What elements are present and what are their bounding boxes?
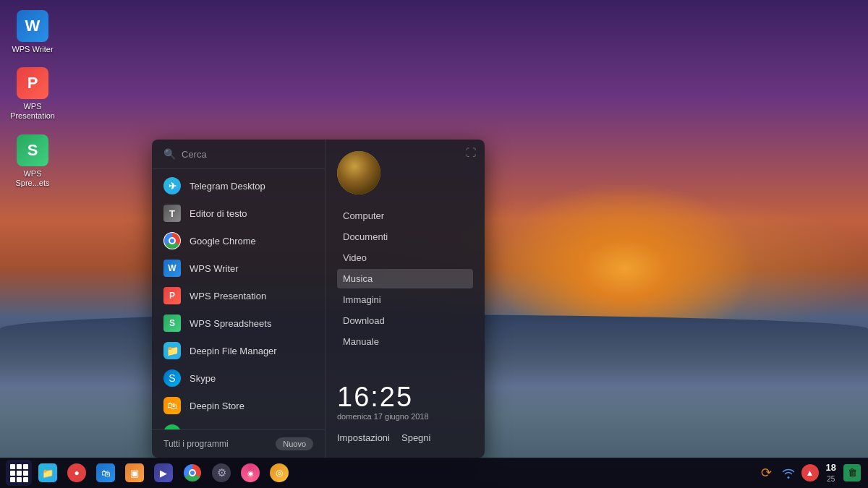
system-tray: ⟳ ▲ 18 25 🗑 [757, 462, 862, 484]
start-menu-left-panel: 🔍 ✈ Telegram Desktop T Editor di testo [152, 140, 326, 458]
backup-tray-icon[interactable]: ▲ [800, 463, 820, 483]
user-avatar[interactable] [337, 151, 380, 194]
trash-icon: 🗑 [843, 464, 861, 481]
desktop-icon-wps-writer[interactable]: W WPS Writer [7, 7, 58, 57]
text-editor-label: Editor di testo [190, 208, 247, 219]
text-editor-icon: T [163, 205, 181, 222]
search-icon: 🔍 [163, 148, 176, 160]
launcher-button[interactable] [6, 460, 32, 486]
google-chrome-label: Google Chrome [190, 236, 256, 247]
pink-app-taskbar[interactable]: ◉ [237, 460, 263, 486]
deepin-fm-label: Deepin File Manager [190, 346, 277, 356]
wps-presentation-label: WPS Presentation [10, 102, 55, 121]
expand-icon[interactable]: ⛶ [466, 147, 476, 158]
all-programs-link[interactable]: Tutti i programmi [163, 439, 229, 449]
folder-link-download[interactable]: Download [337, 311, 473, 330]
app-item-google-chrome[interactable]: Google Chrome [152, 227, 325, 254]
folder-link-immagini[interactable]: Immagini [337, 290, 473, 309]
launcher-grid-icon [10, 464, 28, 482]
wps-presentation-app-label: WPS Presentation [190, 291, 266, 301]
search-bar[interactable]: 🔍 [152, 140, 325, 169]
wps-writer-app-icon: W [163, 260, 181, 277]
folder-link-documenti[interactable]: Documenti [337, 227, 473, 247]
folder-links: Computer Documenti Video Musica Immagini… [337, 206, 473, 376]
app-item-wps-spreadsheets[interactable]: S WPS Spreadsheets [152, 309, 325, 337]
folder-link-video[interactable]: Video [337, 248, 473, 267]
folder-link-computer[interactable]: Computer [337, 206, 473, 226]
app-item-deepin-fm[interactable]: 📁 Deepin File Manager [152, 337, 325, 364]
spegni-button[interactable]: Spegni [401, 429, 430, 446]
orange-app-icon: ▣ [125, 463, 144, 482]
wps-spreadsheet-icon: S [17, 134, 48, 166]
app-item-text-editor[interactable]: T Editor di testo [152, 200, 325, 227]
skype-label: Skype [190, 373, 216, 384]
wps-writer-label: WPS Writer [12, 45, 53, 54]
wps-spreadsheets-icon: S [163, 314, 181, 332]
taskbar: 📁 ● 🛍 ▣ ▶ ⚙ ◉ ◎ ⟳ [0, 458, 868, 488]
wps-presentation-icon: P [17, 67, 48, 99]
search-input[interactable] [182, 149, 313, 160]
app-store-taskbar[interactable]: 🛍 [93, 460, 119, 486]
skype-icon: S [163, 369, 181, 387]
settings-gear-icon: ⚙ [212, 463, 231, 482]
new-badge[interactable]: Nuovo [276, 437, 313, 450]
file-manager-icon: 📁 [38, 463, 57, 482]
spotify-icon: ♫ [163, 424, 181, 429]
telegram-icon: ✈ [163, 177, 181, 194]
app-item-telegram[interactable]: ✈ Telegram Desktop [152, 172, 325, 200]
google-chrome-icon [163, 232, 181, 249]
start-menu-right-panel: ⛶ Computer Documenti Video Musica Immagi… [326, 140, 485, 458]
deepin-store-icon: 🛍 [163, 397, 181, 414]
app-item-deepin-store[interactable]: 🛍 Deepin Store [152, 392, 325, 419]
tray-clock[interactable]: 18 25 [822, 462, 841, 484]
wps-spreadsheet-label: WPS Spre...ets [10, 169, 55, 188]
action-buttons: Impostazioni Spegni [337, 429, 473, 446]
desktop-icons-area: W WPS Writer P WPS Presentation S WPS Sp… [7, 7, 58, 191]
video-camera-icon: ● [67, 463, 86, 482]
app-item-skype[interactable]: S Skype [152, 364, 325, 392]
wifi-tray-icon[interactable] [778, 463, 799, 483]
trash-tray-icon[interactable]: 🗑 [842, 463, 862, 483]
wps-spreadsheets-label: WPS Spreadsheets [190, 318, 271, 329]
video-camera-taskbar[interactable]: ● [64, 460, 90, 486]
desktop-icon-wps-presentation[interactable]: P WPS Presentation [7, 64, 58, 124]
app-item-wps-presentation[interactable]: P WPS Presentation [152, 282, 325, 309]
deepin-fm-icon: 📁 [163, 342, 181, 359]
vpn-icon: ◎ [270, 463, 289, 482]
file-manager-taskbar[interactable]: 📁 [35, 460, 61, 486]
clock-date: domenica 17 giugno 2018 [337, 412, 473, 421]
clock-section: 16:25 domenica 17 giugno 2018 Impostazio… [337, 376, 473, 446]
desktop-icon-wps-spreadsheet[interactable]: S WPS Spre...ets [7, 132, 58, 191]
chrome-taskbar[interactable] [179, 460, 205, 486]
tray-time-subtext: 25 [827, 474, 835, 484]
wps-presentation-app-icon: P [163, 287, 181, 304]
app-item-spotify[interactable]: ♫ Spotify [152, 419, 325, 429]
video-player-icon: ▶ [154, 463, 173, 482]
folder-link-manuale[interactable]: Manuale [337, 332, 473, 351]
start-menu-bottom: Tutti i programmi Nuovo [152, 429, 325, 458]
folder-link-musica[interactable]: Musica [337, 269, 473, 288]
chrome-taskbar-icon [184, 464, 201, 481]
tray-time-text: 18 [826, 462, 836, 474]
orange-app-taskbar[interactable]: ▣ [122, 460, 148, 486]
app-store-icon: 🛍 [96, 463, 115, 482]
deepin-store-label: Deepin Store [190, 401, 244, 411]
backup-icon: ▲ [801, 464, 819, 481]
app-list: ✈ Telegram Desktop T Editor di testo Goo… [152, 169, 325, 429]
video-player-taskbar[interactable]: ▶ [150, 460, 176, 486]
wifi-icon-svg [782, 466, 795, 479]
clock-time: 16:25 [337, 383, 473, 411]
update-tray-icon[interactable]: ⟳ [757, 463, 777, 483]
app-item-wps-writer[interactable]: W WPS Writer [152, 254, 325, 282]
user-avatar-image [337, 151, 380, 194]
pink-app-icon: ◉ [241, 463, 260, 482]
telegram-label: Telegram Desktop [190, 181, 265, 192]
wps-writer-icon: W [17, 10, 48, 42]
wps-writer-app-label: WPS Writer [190, 263, 239, 274]
impostazioni-button[interactable]: Impostazioni [337, 429, 390, 446]
settings-taskbar[interactable]: ⚙ [208, 460, 234, 486]
vpn-taskbar[interactable]: ◎ [266, 460, 292, 486]
start-menu: 🔍 ✈ Telegram Desktop T Editor di testo [152, 140, 485, 458]
